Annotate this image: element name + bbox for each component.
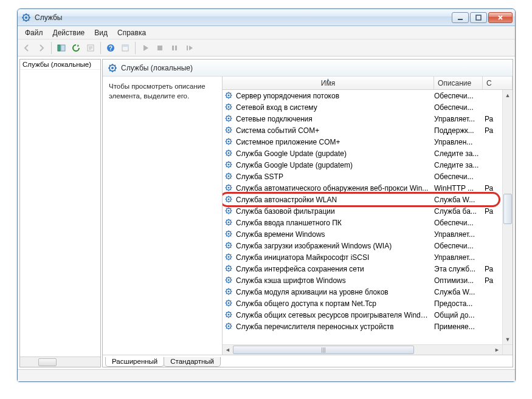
refresh-button[interactable] bbox=[69, 41, 83, 55]
table-row[interactable]: Служба инициатора Майкрософт iSCSIУправл… bbox=[223, 251, 513, 263]
table-row[interactable]: Служба модуля архивации на уровне блоков… bbox=[223, 286, 513, 298]
tab-standard[interactable]: Стандартный bbox=[164, 357, 221, 367]
hscroll-thumb[interactable]: ||| bbox=[233, 346, 414, 354]
menu-view[interactable]: Вид bbox=[89, 27, 112, 38]
service-desc: Управляет... bbox=[434, 115, 483, 123]
start-button[interactable] bbox=[139, 41, 152, 55]
toolbar-sep bbox=[51, 42, 52, 54]
scrollbar-thumb[interactable] bbox=[38, 358, 57, 366]
svg-point-54 bbox=[227, 302, 229, 304]
column-headers: ▲Имя Описание С bbox=[223, 77, 513, 90]
table-row[interactable]: Служба времени WindowsУправляет... bbox=[223, 228, 513, 240]
stop-button[interactable] bbox=[153, 41, 167, 55]
svg-point-46 bbox=[227, 256, 229, 257]
service-desc: Обеспечи... bbox=[434, 172, 483, 181]
table-row[interactable]: Сетевой вход в системуОбеспечи... bbox=[223, 101, 513, 113]
service-name: Служба загрузки изображений Windows (WIA… bbox=[236, 242, 434, 250]
service-name: Служба общих сетевых ресурсов проигрыват… bbox=[236, 311, 434, 319]
minimize-button[interactable] bbox=[452, 12, 469, 23]
service-desc: WinHTTP ... bbox=[434, 184, 483, 193]
table-row[interactable]: Система событий COM+Поддержк...Ра bbox=[223, 124, 513, 136]
tab-extended[interactable]: Расширенный bbox=[105, 357, 164, 367]
show-hide-tree-button[interactable] bbox=[55, 41, 68, 55]
scroll-right-icon[interactable]: ► bbox=[492, 347, 502, 353]
svg-rect-10 bbox=[122, 45, 128, 47]
svg-point-36 bbox=[227, 198, 229, 200]
svg-rect-5 bbox=[61, 45, 65, 51]
table-row[interactable]: Служба интерфейса сохранения сетиЭта слу… bbox=[223, 263, 513, 275]
table-row[interactable]: Служба Google Update (gupdatem)Следите з… bbox=[223, 159, 513, 171]
menu-help[interactable]: Справка bbox=[112, 27, 151, 38]
table-row[interactable]: Служба автоматического обнаружения веб-п… bbox=[223, 182, 513, 194]
vscroll-thumb[interactable] bbox=[503, 194, 512, 224]
svg-rect-12 bbox=[172, 46, 174, 50]
table-row[interactable]: Служба загрузки изображений Windows (WIA… bbox=[223, 240, 513, 251]
service-icon bbox=[224, 218, 234, 228]
service-icon bbox=[224, 287, 234, 297]
scroll-down-icon[interactable]: ▼ bbox=[503, 334, 513, 344]
table-row[interactable]: Служба общих сетевых ресурсов проигрыват… bbox=[223, 309, 513, 321]
service-icon bbox=[224, 253, 234, 262]
scroll-left-icon[interactable]: ◄ bbox=[223, 347, 233, 353]
service-name: Служба общего доступа к портам Net.Tcp bbox=[236, 299, 434, 308]
nav-forward-button[interactable] bbox=[35, 41, 48, 55]
service-name: Служба ввода планшетного ПК bbox=[236, 219, 434, 227]
scroll-up-icon[interactable]: ▲ bbox=[503, 90, 513, 100]
details-header: Службы (локальные) bbox=[103, 60, 513, 77]
service-description: Чтобы просмотреть описание элемента, выд… bbox=[103, 77, 222, 355]
table-row[interactable]: Служба общего доступа к портам Net.TcpПр… bbox=[223, 298, 513, 309]
service-desc: Предоста... bbox=[434, 299, 483, 308]
svg-point-16 bbox=[111, 67, 114, 69]
left-hscrollbar[interactable] bbox=[20, 356, 100, 367]
toolbar: ? bbox=[18, 39, 515, 56]
svg-point-50 bbox=[227, 279, 229, 281]
table-row[interactable]: Служба кэша шрифтов WindowsОптимизи...Ра bbox=[223, 275, 513, 286]
menu-file[interactable]: Файл bbox=[20, 27, 48, 38]
table-row[interactable]: Служба перечислителя переносных устройст… bbox=[223, 321, 513, 332]
details-title: Службы (локальные) bbox=[121, 64, 193, 72]
nav-back-button[interactable] bbox=[20, 41, 33, 55]
table-row[interactable]: Сервер упорядочения потоковОбеспечи... bbox=[223, 90, 513, 101]
svg-point-24 bbox=[227, 129, 229, 131]
service-name: Сетевой вход в систему bbox=[236, 103, 434, 112]
service-desc: Общий до... bbox=[434, 311, 483, 319]
service-name: Система событий COM+ bbox=[236, 126, 434, 135]
export-button[interactable] bbox=[84, 41, 97, 55]
column-name[interactable]: ▲Имя bbox=[223, 77, 434, 89]
table-row[interactable]: Служба Google Update (gupdate)Следите за… bbox=[223, 148, 513, 159]
column-status[interactable]: С bbox=[483, 77, 513, 89]
restart-button[interactable] bbox=[182, 41, 196, 55]
service-desc: Применяе... bbox=[434, 322, 483, 331]
menu-action[interactable]: Действие bbox=[48, 27, 90, 38]
table-row[interactable]: Сетевые подключенияУправляет...Ра bbox=[223, 113, 513, 124]
table-row[interactable]: Системное приложение COM+Управлен... bbox=[223, 136, 513, 148]
tree-item-local-services[interactable]: Службы (локальные) bbox=[20, 60, 100, 70]
table-row[interactable]: Служба ввода планшетного ПКОбеспечи... bbox=[223, 217, 513, 228]
svg-rect-13 bbox=[175, 46, 177, 50]
svg-point-38 bbox=[227, 210, 229, 211]
service-icon bbox=[224, 137, 234, 147]
service-desc: Оптимизи... bbox=[434, 276, 483, 285]
titlebar[interactable]: Службы bbox=[18, 9, 515, 26]
column-description[interactable]: Описание bbox=[434, 77, 483, 89]
vscrollbar[interactable]: ▲ ▼ bbox=[502, 90, 513, 344]
properties-button[interactable] bbox=[119, 41, 132, 55]
table-row[interactable]: Служба базовой фильтрацииСлужба ба...Ра bbox=[223, 205, 513, 217]
svg-point-52 bbox=[227, 290, 229, 292]
help-button[interactable]: ? bbox=[104, 41, 117, 55]
close-button[interactable] bbox=[488, 12, 513, 23]
maximize-button[interactable] bbox=[470, 12, 487, 23]
hscrollbar[interactable]: ◄ ||| ► bbox=[223, 344, 502, 355]
table-row[interactable]: Служба автонастройки WLANСлужба W... bbox=[223, 194, 513, 205]
details-body: Чтобы просмотреть описание элемента, выд… bbox=[103, 77, 513, 355]
pause-button[interactable] bbox=[168, 41, 181, 55]
svg-point-22 bbox=[227, 117, 229, 119]
service-desc: Следите за... bbox=[434, 149, 483, 158]
service-name: Служба перечислителя переносных устройст… bbox=[236, 322, 434, 331]
services-icon bbox=[21, 13, 31, 22]
table-row[interactable]: Служба SSTPОбеспечи... bbox=[223, 171, 513, 182]
svg-point-26 bbox=[227, 140, 229, 142]
sort-asc-icon: ▲ bbox=[326, 77, 331, 83]
service-name: Служба автоматического обнаружения веб-п… bbox=[236, 184, 434, 193]
svg-point-56 bbox=[227, 313, 229, 315]
